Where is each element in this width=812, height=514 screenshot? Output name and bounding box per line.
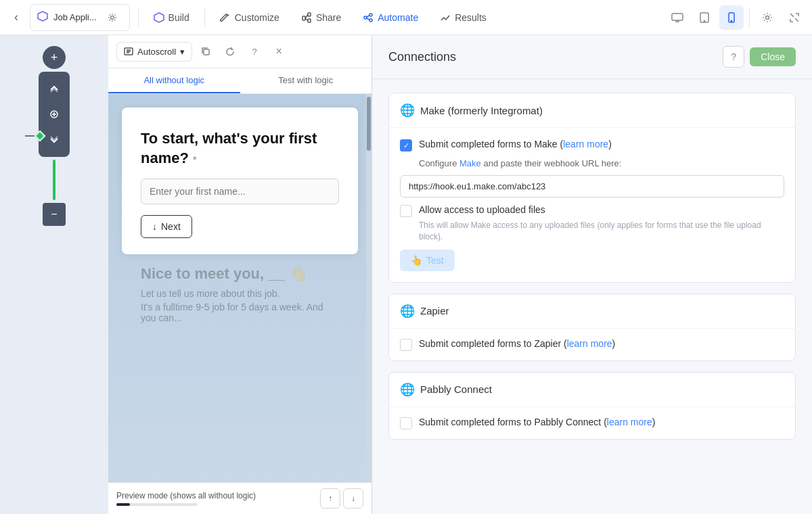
preview-down-button[interactable]: ↓ [343, 488, 363, 509]
up-arrow-icon: ↑ [328, 494, 332, 503]
checkmark-icon: ✓ [403, 141, 409, 150]
make-file-access-note: This will allow Make access to any uploa… [400, 220, 784, 243]
autoscroll-chevron: ▾ [180, 47, 185, 57]
tab-share[interactable]: Share [292, 8, 351, 27]
slider-area [116, 503, 256, 506]
connections-body: 🌐 Make (formerly Integromat) ✓ Submit co… [372, 79, 812, 453]
connections-help-button[interactable]: ? [723, 46, 744, 68]
pabbly-globe-icon: 🌐 [400, 382, 415, 397]
svg-point-10 [369, 19, 372, 22]
make-webhook-url-input[interactable] [400, 175, 784, 197]
scroll-track[interactable] [366, 94, 371, 482]
tab-all-without-logic[interactable]: All without logic [108, 68, 240, 93]
nav-right-actions [665, 5, 807, 30]
zapier-globe-icon: 🌐 [400, 304, 415, 319]
preview-tabs: All without logic Test with logic [108, 68, 371, 94]
back-button[interactable]: ‹ [5, 7, 27, 28]
form-title: To start, what's your first name? * [141, 129, 339, 168]
make-submit-checkbox-row: ✓ Submit completed forms to Make (learn … [400, 139, 784, 151]
connections-header: Connections ? Close [372, 35, 812, 79]
pabbly-learn-more-link[interactable]: learn more [607, 417, 652, 427]
svg-rect-28 [204, 49, 209, 55]
preview-help-button[interactable]: ? [244, 41, 265, 62]
main-layout: + − [0, 35, 812, 514]
make-submit-label: Submit completed forms to Make (learn mo… [419, 139, 612, 149]
tab-with-logic-label: Test with logic [278, 75, 333, 85]
app-name-area: Job Appli... [30, 4, 130, 31]
make-globe-icon: 🌐 [400, 103, 415, 118]
svg-line-12 [367, 18, 369, 20]
preview-close-button[interactable]: × [268, 41, 290, 62]
pabbly-submit-checkbox[interactable] [400, 417, 412, 429]
mobile-view-button[interactable] [719, 5, 744, 30]
next-button[interactable]: ↓ Next [141, 215, 192, 238]
make-card-body: ✓ Submit completed forms to Make (learn … [389, 128, 795, 282]
autoscroll-button[interactable]: Autoscroll ▾ [116, 42, 192, 62]
svg-rect-5 [308, 19, 311, 22]
app-settings-button[interactable] [102, 7, 122, 28]
center-button[interactable] [43, 103, 66, 126]
app-name-text: Job Appli... [53, 12, 97, 22]
down-arrow-icon: ↓ [152, 221, 157, 232]
tab-automate[interactable]: Automate [353, 8, 428, 27]
tab-share-label: Share [316, 12, 341, 23]
copy-button[interactable] [195, 41, 217, 62]
slider-track[interactable] [116, 503, 198, 506]
svg-rect-13 [672, 14, 683, 20]
first-name-input[interactable] [141, 179, 339, 204]
preview-up-button[interactable]: ↑ [320, 488, 340, 509]
progress-bar [53, 160, 55, 200]
make-configure-link[interactable]: Make [459, 158, 483, 168]
zapier-submit-checkbox[interactable] [400, 339, 412, 351]
tablet-view-button[interactable] [692, 5, 717, 30]
preview-sub-text2: It's a fulltime 9-5 job for 5 days a wee… [141, 302, 339, 323]
autoscroll-label: Autoscroll [137, 47, 176, 57]
make-learn-more-link[interactable]: learn more [563, 139, 608, 149]
make-file-access-checkbox-row: Allow access to uploaded files [400, 204, 784, 217]
connector [25, 132, 44, 140]
svg-point-9 [369, 14, 372, 16]
left-sidebar: + − [0, 35, 108, 514]
make-test-btn-row: 👆 Test [400, 250, 784, 271]
global-settings-button[interactable] [755, 5, 780, 30]
zapier-submit-checkbox-row: Submit completed forms to Zapier (learn … [400, 338, 784, 351]
make-file-access-label: Allow access to uploaded files [419, 204, 545, 215]
desktop-view-button[interactable] [665, 5, 690, 30]
connections-title: Connections [388, 50, 456, 64]
zapier-learn-more-link[interactable]: learn more [567, 338, 612, 349]
tab-results-label: Results [455, 12, 487, 23]
scroll-up-up-button[interactable] [43, 77, 66, 100]
minus-button[interactable]: − [43, 203, 66, 226]
zapier-connection-card: 🌐 Zapier Submit completed forms to Zapie… [388, 294, 796, 361]
tab-build[interactable]: Build [144, 8, 199, 27]
refresh-button[interactable] [219, 41, 241, 62]
make-file-access-section: Allow access to uploaded files This will… [400, 204, 784, 243]
slider-fill [116, 503, 130, 506]
connections-panel: Connections ? Close 🌐 Make (formerly Int… [372, 35, 812, 514]
preview-content: To start, what's your first name? * ↓ Ne… [108, 94, 371, 482]
connections-close-button[interactable]: Close [750, 47, 796, 66]
expand-button[interactable] [782, 5, 807, 30]
help-icon: ? [252, 47, 256, 57]
tab-build-label: Build [168, 12, 189, 23]
nav-divider-1 [138, 8, 139, 27]
tab-test-with-logic[interactable]: Test with logic [240, 68, 372, 93]
pabbly-submit-checkbox-row: Submit completed forms to Pabbly Connect… [400, 417, 784, 429]
scroll-thumb[interactable] [367, 97, 371, 151]
svg-rect-4 [308, 13, 311, 16]
preview-toolbar: Autoscroll ▾ ? × [108, 35, 371, 68]
preview-panel: Autoscroll ▾ ? × All without logic Test … [108, 35, 372, 514]
make-file-access-checkbox[interactable] [400, 205, 412, 217]
make-submit-checkbox[interactable]: ✓ [400, 139, 412, 151]
next-label: Next [161, 221, 181, 232]
tab-results[interactable]: Results [430, 8, 496, 27]
test-cursor-icon: 👆 [411, 255, 422, 266]
back-icon: ‹ [14, 10, 18, 24]
pabbly-connection-card: 🌐 Pabbly Connect Submit completed forms … [388, 372, 796, 440]
scroll-down-down-button[interactable] [43, 128, 66, 151]
tab-customize[interactable]: Customize [210, 8, 289, 27]
test-label: Test [426, 255, 444, 266]
add-element-button[interactable]: + [43, 46, 66, 69]
zapier-connection-name: Zapier [420, 305, 449, 317]
make-test-button[interactable]: 👆 Test [400, 250, 455, 271]
